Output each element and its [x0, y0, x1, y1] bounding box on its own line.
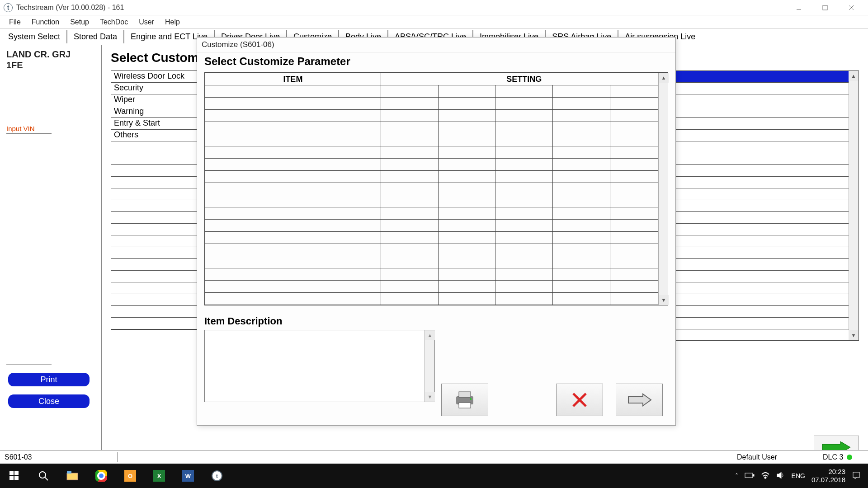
- cat-others[interactable]: Others: [111, 130, 198, 141]
- param-row[interactable]: [205, 85, 668, 98]
- svg-point-20: [764, 477, 766, 478]
- dialog-cancel-button[interactable]: [556, 384, 603, 416]
- cat-empty: [111, 153, 198, 165]
- menu-bar: File Function Setup TechDoc User Help: [0, 15, 868, 29]
- connection-status-icon: [847, 455, 852, 460]
- scrollbar[interactable]: ▲ ▼: [849, 71, 859, 340]
- desc-scrollbar[interactable]: ▲ ▼: [425, 330, 434, 402]
- param-row[interactable]: [205, 110, 668, 122]
- param-row[interactable]: [205, 220, 668, 232]
- close-page-button[interactable]: Close: [8, 394, 90, 408]
- status-code: S601-03: [0, 452, 118, 462]
- scroll-down-icon[interactable]: ▼: [849, 330, 859, 340]
- cat-empty: [111, 177, 198, 188]
- printer-icon: [453, 390, 477, 410]
- start-button[interactable]: [0, 464, 29, 488]
- cat-entry-start[interactable]: Entry & Start: [111, 118, 198, 130]
- notification-icon[interactable]: [852, 471, 861, 481]
- wifi-icon[interactable]: [761, 472, 770, 480]
- menu-techdoc[interactable]: TechDoc: [94, 16, 133, 28]
- search-icon: [37, 469, 50, 482]
- menu-help[interactable]: Help: [160, 16, 185, 28]
- folder-icon: [66, 469, 79, 482]
- param-row[interactable]: [205, 293, 668, 305]
- outlook-button[interactable]: O: [116, 464, 145, 488]
- param-row[interactable]: [205, 195, 668, 207]
- arrow-right-icon: [626, 392, 653, 408]
- cat-empty: [111, 306, 198, 318]
- param-row[interactable]: [205, 171, 668, 183]
- cat-empty: [111, 271, 198, 282]
- svg-marker-21: [777, 472, 781, 479]
- search-button[interactable]: [29, 464, 58, 488]
- svg-rect-11: [67, 473, 78, 480]
- svg-marker-29: [628, 394, 651, 406]
- param-row[interactable]: [205, 159, 668, 171]
- param-scrollbar[interactable]: ▲ ▼: [658, 73, 668, 305]
- cat-empty: [111, 200, 198, 212]
- svg-rect-8: [14, 476, 19, 480]
- print-button[interactable]: Print: [8, 373, 90, 386]
- input-vin-link[interactable]: Input VIN: [6, 125, 52, 134]
- dialog-print-button[interactable]: [441, 384, 488, 416]
- minimize-button[interactable]: [786, 0, 812, 15]
- menu-setup[interactable]: Setup: [65, 16, 94, 28]
- param-row[interactable]: [205, 134, 668, 146]
- tab-stored-data[interactable]: Stored Data: [67, 30, 124, 43]
- param-row[interactable]: [205, 183, 668, 195]
- cat-empty: [111, 224, 198, 235]
- tab-system-select[interactable]: System Select: [2, 30, 67, 43]
- chrome-button[interactable]: [87, 464, 116, 488]
- dialog-next-button[interactable]: [616, 384, 663, 416]
- close-button[interactable]: [838, 0, 864, 15]
- scroll-down-icon[interactable]: ▼: [425, 392, 435, 402]
- param-row[interactable]: [205, 256, 668, 268]
- language-indicator[interactable]: ENG: [792, 472, 805, 479]
- svg-rect-7: [9, 476, 14, 480]
- col-setting: SETTING: [381, 73, 667, 85]
- word-button[interactable]: W: [174, 464, 203, 488]
- scroll-down-icon[interactable]: ▼: [659, 295, 669, 305]
- param-row[interactable]: [205, 98, 668, 110]
- battery-icon[interactable]: [745, 472, 755, 480]
- param-row[interactable]: [205, 122, 668, 134]
- volume-icon[interactable]: [776, 471, 785, 481]
- svg-rect-22: [853, 472, 859, 478]
- cat-empty: [111, 282, 198, 294]
- param-row[interactable]: [205, 146, 668, 159]
- cat-wireless[interactable]: Wireless Door Lock: [111, 71, 198, 83]
- param-table: ITEM SETTING: [204, 72, 668, 305]
- tray-chevron-icon[interactable]: ˄: [735, 472, 738, 479]
- scroll-up-icon[interactable]: ▲: [849, 71, 859, 81]
- taskbar: O X W t ˄ ENG 20:23 07.07.2018: [0, 464, 868, 488]
- explorer-button[interactable]: [58, 464, 87, 488]
- scroll-up-icon[interactable]: ▲: [425, 330, 435, 340]
- menu-function[interactable]: Function: [26, 16, 65, 28]
- menu-user[interactable]: User: [133, 16, 160, 28]
- cat-wiper[interactable]: Wiper: [111, 94, 198, 106]
- cat-empty: [111, 294, 198, 306]
- param-row[interactable]: [205, 281, 668, 293]
- svg-point-26: [470, 398, 472, 400]
- param-row[interactable]: [205, 244, 668, 256]
- dialog-title: Customize (S601-06): [197, 38, 675, 52]
- excel-button[interactable]: X: [145, 464, 174, 488]
- menu-file[interactable]: File: [4, 16, 26, 28]
- svg-rect-1: [823, 5, 827, 10]
- cat-security[interactable]: Security: [111, 83, 198, 94]
- svg-rect-25: [459, 403, 471, 408]
- cat-empty: [111, 318, 198, 329]
- scroll-up-icon[interactable]: ▲: [659, 73, 669, 83]
- techstream-task-button[interactable]: t: [203, 464, 231, 488]
- status-dlc-text: DLC 3: [823, 453, 843, 461]
- maximize-button[interactable]: [812, 0, 838, 15]
- clock-time: 20:23: [811, 468, 845, 476]
- sidebar: LAND CR. GRJ 1FE Input VIN Print Close: [0, 45, 102, 450]
- param-row[interactable]: [205, 268, 668, 281]
- cat-warning[interactable]: Warning: [111, 106, 198, 118]
- clock[interactable]: 20:23 07.07.2018: [811, 468, 845, 484]
- param-row[interactable]: [205, 207, 668, 220]
- svg-rect-12: [67, 471, 71, 474]
- param-row[interactable]: [205, 232, 668, 244]
- cat-empty: [111, 247, 198, 259]
